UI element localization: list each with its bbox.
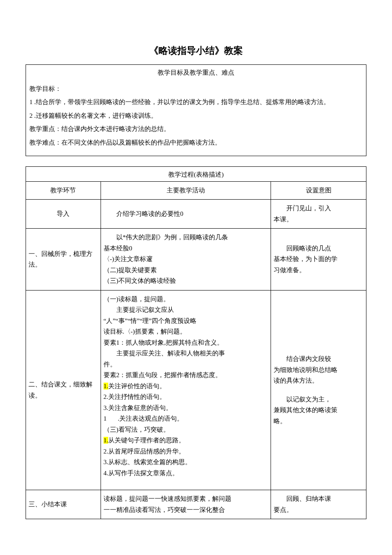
th-stage: 教学环节 [26, 181, 101, 200]
cell-activity: 介绍学习略读的必要性0 [101, 200, 271, 229]
highlight-text: 1. [104, 437, 108, 444]
activity-line: 2.从首尾呼应品情感的升华。 [104, 446, 268, 457]
blank-line [104, 479, 268, 486]
table-caption: 教学过程(表格描述) [26, 166, 366, 181]
cell-stage: 一、回械所学，梳理方 法。 [26, 229, 101, 291]
highlight-text: 1. [104, 383, 108, 389]
page-title: 《略读指导小结》教案 [26, 43, 366, 58]
activity-line: （三)看写法，巧突破。 [104, 424, 268, 436]
intent-line: 略。 [274, 416, 363, 427]
objectives-p1: 教学目标： [29, 84, 363, 95]
cell-stage: 二、结合课文，细致解 读。 [26, 290, 101, 490]
stage-line: 一、回械所学，梳理方 [29, 249, 98, 260]
table-row: 导入 介绍学习略读的必要性0 开门见山，引入 本课。 [26, 200, 366, 229]
cell-intent: 回顾略读的几点 基本经验，为卜面的学 习做准备。 [271, 229, 366, 291]
cell-activity: 读标题，提问题一一快速感知抓要素，解问题 一一精准品读看写法，巧突破一一深化整合 [101, 490, 271, 519]
activity-line: 介绍学习略读的必要性0 [104, 209, 268, 220]
activity-line: 件。 [104, 359, 268, 370]
process-table: 教学环节 主要教学活动 设置意图 导入 介绍学习略读的必要性0 开门见山，引入 … [26, 181, 366, 520]
cell-intent: 结合课内文段较 为细致地说明和总结略 读的具体方法。 以记叙文为主， 兼顾其他文… [271, 290, 366, 490]
cell-intent: 回顾、归纳本课 要点。 [271, 490, 366, 519]
intent-line: 为细致地说明和总结略 [274, 365, 363, 376]
activity-line: （二)提取关键要素 [104, 265, 268, 276]
activity-line: （三)不同文体的略读经验 [104, 276, 268, 287]
activity-line: 基本经脸0 [104, 243, 268, 254]
th-activity: 主要教学活动 [101, 181, 271, 200]
intent-line: 兼顾其他文体的略读策 [274, 405, 363, 416]
activity-line: 以*伟大的悲剧》为例，回顾略读的几条 [104, 232, 268, 243]
activity-line: 2.关注抒情性的语句。 [104, 392, 268, 403]
stage-line: 法。 [29, 259, 98, 270]
activity-text: 关注评价性的语句。 [108, 383, 166, 389]
intent-line: 要点。 [274, 505, 363, 516]
activity-text: 从关键句子理作者的思路。 [108, 437, 185, 444]
activity-line: （一)读标题，提问题。 [104, 294, 268, 305]
activity-line: 主要提示记叙文应从 [104, 305, 268, 316]
intent-line: 基本经验，为卜面的学 [274, 254, 363, 265]
intent-line: 本课。 [274, 214, 363, 225]
cell-activity: （一)读标题，提问题。 主要提示记叙文应从 “人”“事”“情”“理”四个角度预设… [101, 290, 271, 490]
intent-line: 以记叙文为主， [274, 394, 363, 405]
table-row: 三、小结本课 读标题，提问题一一快速感知抓要素，解问题 一一精准品读看写法，巧突… [26, 490, 366, 519]
activity-line: 3.从标志、线索览全篇的构思。 [104, 457, 268, 468]
activity-line: 主要提示应关注、解读和人物相关的事 [104, 348, 268, 359]
objectives-p4: 教学重点：结合课内外文本进行略读方法的总结。 [29, 124, 363, 135]
activity-line: 要素2：抓重点句段，把握作者情感态度。 [104, 370, 268, 381]
objectives-p3: 2 .迁移篇幅较长的名著文本，进行略读训练。 [29, 110, 363, 122]
activity-line: 1.关注评价性的语句。 [104, 381, 268, 392]
cell-stage: 导入 [26, 200, 101, 229]
intent-line: 结合课内文段较 [274, 354, 363, 365]
activity-line: 〈-)关注文章标邃 [104, 254, 268, 265]
intent-line: 习做准备。 [274, 265, 363, 276]
activity-line: 3.关注含象征意的语句。 [104, 403, 268, 414]
activity-line: 1 .关注表达观点的语句。 [104, 413, 268, 424]
activity-line: 读目标.〈-)抓要素，解问题。 [104, 326, 268, 337]
intent-line: 回顾、归纳本课 [274, 494, 363, 505]
activity-line: 要素1：抓人物或对象,把握其特点和含义。 [104, 337, 268, 349]
activity-line: 1.从关键句子理作者的思路。 [104, 435, 268, 446]
activity-line: “人”“事”“情”“理”四个角度预设略 [104, 316, 268, 327]
table-header-row: 教学环节 主要教学活动 设置意图 [26, 181, 366, 200]
intent-line: 开门见山，引入 [274, 203, 363, 214]
activity-line: 读标题，提问题一一快速感知抓要素，解问题 [104, 494, 268, 505]
blank-line [274, 386, 363, 394]
intent-line: 读的具体方法。 [274, 375, 363, 386]
cell-intent: 开门见山，引入 本课。 [271, 200, 366, 229]
objectives-p2: 1 .结合所学，带领学生回顾略读的一些经验，并以学过的课文为例，指导学生总结、提… [29, 97, 363, 108]
objectives-subtitle: 教学目标及教学重点、难点 [26, 65, 366, 79]
cell-stage: 三、小结本课 [26, 490, 101, 519]
stage-line: 读。 [29, 390, 98, 401]
activity-line: 一一精准品读看写法，巧突破一一深化整合 [104, 505, 268, 516]
objectives-p5: 教学难点：在不同文体的作品以及篇幅较长的作品中把握略读方法。 [29, 137, 363, 148]
table-row: 一、回械所学，梳理方 法。 以*伟大的悲剧》为例，回顾略读的几条 基本经脸0 〈… [26, 229, 366, 291]
objectives-box: 教学目标及教学重点、难点 教学目标： 1 .结合所学，带领学生回顾略读的一些经验… [26, 64, 366, 156]
activity-text: .关注表达观点的语句。 [107, 415, 183, 422]
intent-line: 回顾略读的几点 [274, 243, 363, 254]
table-row: 二、结合课文，细致解 读。 （一)读标题，提问题。 主要提示记叙文应从 “人”“… [26, 290, 366, 490]
cell-activity: 以*伟大的悲剧》为例，回顾略读的几条 基本经脸0 〈-)关注文章标邃 （二)提取… [101, 229, 271, 291]
th-intent: 设置意图 [271, 181, 366, 200]
objectives-body: 教学目标： 1 .结合所学，带领学生回顾略读的一些经验，并以学过的课文为例，指导… [26, 79, 366, 156]
stage-line: 二、结合课文，细致解 [29, 379, 98, 390]
activity-line: 4.从写作手法探文章落点。 [104, 468, 268, 479]
